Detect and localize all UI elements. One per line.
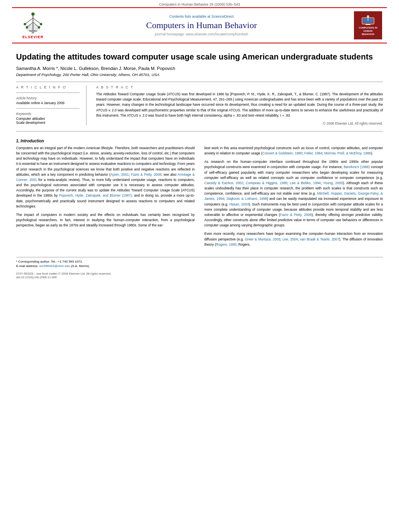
ref-fetler[interactable]: Fetler, 1984 — [304, 151, 323, 155]
svg-point-8 — [40, 23, 42, 25]
authors-text: Samantha A. Morris *, Nicole L. Gullekso… — [16, 66, 175, 71]
journal-homepage: journal homepage: www.elsevier.com/locat… — [49, 32, 354, 36]
body-col-right: liest work in this area examined psychol… — [204, 146, 383, 251]
info-divider — [16, 92, 80, 93]
footnote-email: E-mail address: sm396404@ohio.edu (S.A. … — [16, 264, 383, 268]
ref-vanbraak[interactable]: van Braak & Tearle, 2007 — [300, 237, 339, 241]
ref-morrow[interactable]: Morrow, Prell, & McElroy, 1986 — [324, 151, 371, 155]
journal-reference-bar: Computers in Human Behavior 25 (2009) 53… — [0, 0, 399, 7]
body-para-3: liest work in this area examined psychol… — [204, 146, 383, 156]
ref-armitage-conner[interactable]: Armitage & Conner, 2001 — [16, 173, 195, 182]
journal-header: ELSEVIER Contents lists available at Sci… — [12, 7, 387, 43]
svg-rect-15 — [366, 24, 370, 25]
ref-compeau[interactable]: Compeau & Higgins, 1995 — [246, 181, 288, 185]
abstract-heading: A B S T R A C T — [96, 85, 383, 89]
issn-line: 0747-5632/$ – see front matter © 2008 El… — [16, 272, 383, 275]
article-history-label: Article history: — [16, 96, 80, 100]
article-history-value: Available online 4 January 2009 — [16, 101, 80, 105]
svg-point-16 — [367, 15, 369, 18]
body-para-2: The impact of computers in modern societ… — [16, 212, 195, 228]
ref-ajzen[interactable]: Ajzen, 2001 — [111, 173, 129, 177]
ref-young[interactable]: Young, 2000 — [323, 181, 343, 185]
section-1-heading: 1. Introduction — [16, 139, 383, 143]
body-para-5: Even more recently, many researchers hav… — [204, 231, 383, 247]
body-para-1: Computers are an integral part of the mo… — [16, 146, 195, 209]
journal-ref-text: Computers in Human Behavior 25 (2009) 53… — [159, 2, 240, 6]
footnote-email-link[interactable]: sm396404@ohio.edu — [39, 264, 70, 268]
ref-fazio-petty-2[interactable]: Fazio & Petty, 2008 — [280, 213, 312, 217]
journal-title-area: Contents lists available at ScienceDirec… — [49, 14, 354, 36]
body-col-left: Computers are an integral part of the mo… — [16, 146, 195, 251]
ref-bandura[interactable]: Bandura's (1986) — [343, 165, 370, 169]
main-content: Updating the attitudes toward computer u… — [0, 43, 399, 287]
sciencedirect-link-text[interactable]: ScienceDirect — [212, 14, 234, 18]
article-info-heading: A R T I C L E I N F O — [16, 85, 80, 89]
ref-popovich-1987[interactable]: Popovich, Hyde, Zakrajsek, and Blumer (1… — [59, 193, 132, 197]
ref-lee-2004[interactable]: Lee, 2004 — [282, 237, 298, 241]
svg-point-10 — [38, 26, 40, 29]
journal-cover-text: COMPUTERS IN HUMAN BEHAVIOR — [359, 27, 377, 36]
ref-coovert[interactable]: Coovert & Goldstein, 1980 — [262, 151, 302, 155]
ref-fazio-petty[interactable]: Fazio & Petty, 2008 — [131, 173, 162, 177]
bottom-bar: 0747-5632/$ – see front matter © 2008 El… — [16, 272, 383, 279]
article-title: Updating the attitudes toward computer u… — [16, 51, 383, 62]
ref-greer[interactable]: Greer & Murtaza, 2003 — [245, 237, 280, 241]
journal-cover-icon — [360, 14, 376, 27]
svg-point-11 — [31, 12, 35, 16]
body-para-4: As research on the human–computer interf… — [204, 159, 383, 228]
footnote-email-name: (S.A. Morris). — [71, 264, 90, 268]
ref-stajkovic[interactable]: Stajkovic & Luthans, 1998 — [226, 197, 267, 201]
abstract-col: A B S T R A C T The Attitudes Toward Com… — [96, 85, 383, 125]
footnotes: * Corresponding author. Tel.: +1 740 593… — [16, 257, 383, 268]
doi-line: doi:10.1016/j.chb.2008.11.008 — [16, 275, 383, 279]
ref-cassidy[interactable]: Cassidy & Eachus, 2002 — [204, 181, 243, 185]
authors-line: Samantha A. Morris *, Nicole L. Gullekso… — [16, 66, 383, 71]
svg-point-9 — [26, 26, 28, 29]
footnote-corresponding: * Corresponding author. Tel.: +1 740 593… — [16, 260, 383, 263]
article-info-abstract-section: A R T I C L E I N F O Article history: A… — [16, 85, 383, 125]
article-info-col: A R T I C L E I N F O Article history: A… — [16, 85, 86, 125]
body-divider — [16, 131, 383, 131]
keyword-1: Computer attitudes — [16, 117, 80, 121]
copyright-notice: © 2008 Elsevier Ltd. All rights reserved… — [96, 121, 383, 125]
elsevier-brand-text: ELSEVIER — [23, 35, 44, 39]
journal-main-title: Computers in Human Behavior — [49, 20, 354, 31]
journal-cover-image: COMPUTERS IN HUMAN BEHAVIOR — [354, 11, 382, 39]
ref-hasan[interactable]: Hasan, 2003 — [229, 202, 249, 206]
info-divider-2 — [16, 108, 80, 109]
svg-rect-12 — [29, 30, 37, 32]
body-two-columns: Computers are an integral part of the mo… — [16, 146, 383, 251]
elsevier-tree-icon — [21, 12, 45, 34]
keywords-label: Keywords: — [16, 112, 80, 116]
header-divider — [16, 82, 383, 82]
ref-lee-bobko[interactable]: Lee & Bobko, 1994 — [290, 181, 321, 185]
sciencedirect-label: Contents lists available at ScienceDirec… — [49, 14, 354, 18]
affiliation: Department of Psychology, 200 Porter Hal… — [16, 72, 383, 77]
elsevier-logo: ELSEVIER — [17, 12, 49, 39]
introduction-section: 1. Introduction Computers are an integra… — [16, 139, 383, 251]
ref-rogers-1995[interactable]: Rogers, 1995 — [216, 242, 237, 246]
keyword-2: Scale development — [16, 121, 80, 125]
abstract-body: The Attitudes Toward Computer Usage Scal… — [96, 92, 383, 117]
svg-point-7 — [24, 23, 26, 25]
abstract-text: The Attitudes Toward Computer Usage Scal… — [96, 92, 383, 118]
